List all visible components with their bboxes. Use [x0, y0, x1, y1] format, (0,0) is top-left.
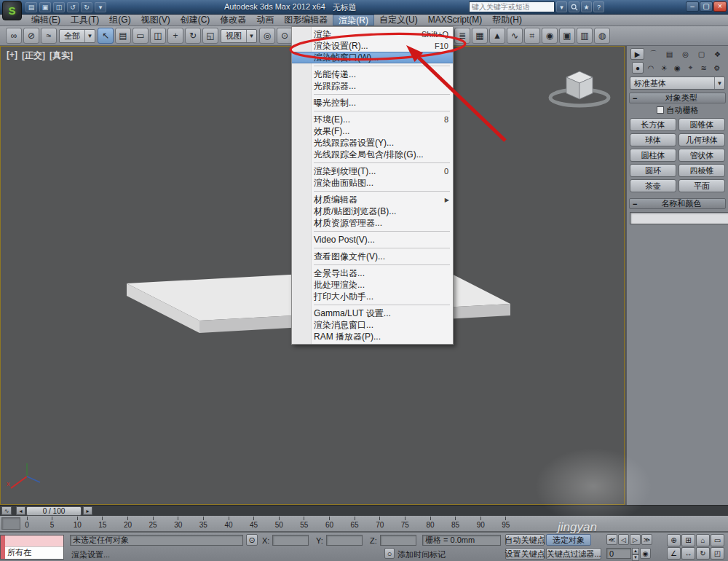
set-key-button[interactable]: 设置关键点 — [505, 548, 545, 560]
zoom-region-icon[interactable]: ▭ — [711, 534, 724, 546]
save-file-icon[interactable]: ◫ — [53, 2, 65, 12]
field-of-view-icon[interactable]: ∠ — [667, 547, 681, 560]
select-and-link-icon[interactable]: ∞ — [6, 28, 22, 44]
bind-to-space-warp-icon[interactable]: ≈ — [41, 28, 57, 44]
graphite-modeling-icon[interactable]: ▲ — [489, 28, 505, 44]
tab-display[interactable]: ▢ — [695, 48, 708, 60]
unlink-selection-icon[interactable]: ⊘ — [23, 28, 39, 44]
maxscript-mini-listener[interactable]: 所有在 — [0, 535, 64, 560]
close-button[interactable]: × — [713, 1, 727, 12]
new-scene-icon[interactable]: ▤ — [25, 2, 37, 12]
material-editor-icon[interactable]: ◉ — [542, 28, 558, 44]
menu-item-raytracer-settings[interactable]: 光线跟踪器设置(Y)... ▶ — [292, 137, 453, 149]
rollout-object-type[interactable]: − 对象类型 — [629, 93, 726, 103]
object-button-cylinder[interactable]: 圆柱体 — [630, 149, 676, 162]
spinner-up-icon[interactable]: ▲ — [632, 548, 639, 554]
object-button-tube[interactable]: 管状体 — [678, 149, 725, 162]
tab-utilities[interactable]: ❖ — [711, 48, 724, 60]
rendered-frame-window-icon[interactable]: ▥ — [577, 28, 593, 44]
category-shapes[interactable]: ◠ — [645, 62, 657, 74]
tab-modify[interactable]: ⌒ — [646, 48, 660, 60]
search-scope-dropdown-icon[interactable]: ▾ — [556, 1, 567, 12]
curve-editor-icon[interactable]: ∿ — [507, 28, 523, 44]
menu-item-render-surface-map[interactable]: 渲染曲面贴图... ▶ — [292, 177, 453, 189]
y-coord-field[interactable] — [326, 535, 363, 546]
timeline-ruler[interactable]: 05101520253035404550556065707580859095 — [0, 516, 728, 532]
key-filters-button[interactable]: 关键点过滤器... — [546, 548, 601, 560]
menu-item-rendered-frame-window[interactable]: 渲染帧窗口(W)... ▶ — [292, 52, 453, 63]
menu-item-environment[interactable]: 环境(E)... 8 ▶ — [292, 114, 453, 125]
menu-item-render-to-texture[interactable]: 渲染到纹理(T)... 0 ▶ — [292, 165, 453, 177]
menu-graph-editors[interactable]: 图形编辑器 — [279, 15, 333, 26]
next-key-icon[interactable]: ▸ — [83, 506, 92, 515]
previous-key-icon[interactable]: ◂ — [16, 506, 25, 515]
viewcube[interactable] — [547, 61, 612, 114]
menu-item-gamma-lut-setup[interactable]: Gamma/LUT 设置... ▶ — [292, 307, 453, 319]
key-mode-toggle-icon[interactable]: ◉ — [640, 548, 651, 559]
maximize-viewport-toggle-icon[interactable]: ◰ — [711, 547, 724, 560]
menu-item-print-size-assistant[interactable]: 打印大小助手... ▶ — [292, 291, 453, 302]
menu-item-batch-render[interactable]: 批处理渲染... ▶ — [292, 279, 453, 291]
menu-item-exposure-control[interactable]: 曝光控制... ▶ — [292, 97, 453, 109]
search-icon[interactable] — [569, 1, 579, 12]
macro-recorder-line[interactable] — [5, 536, 63, 547]
undo-icon[interactable]: ↺ — [67, 2, 79, 12]
window-crossing-icon[interactable]: ◫ — [150, 28, 166, 44]
object-button-pyramid[interactable]: 四棱锥 — [678, 164, 725, 177]
orbit-icon[interactable]: ↻ — [696, 547, 710, 560]
object-button-plane[interactable]: 平面 — [678, 179, 725, 192]
menu-item-effects[interactable]: 效果(F)... ▶ — [292, 125, 453, 137]
play-animation-icon[interactable]: ▷ — [630, 534, 641, 545]
menu-item-radiosity[interactable]: 光能传递... ▶ — [292, 68, 453, 80]
category-space-warps[interactable]: ≋ — [698, 62, 710, 74]
minimize-button[interactable]: – — [686, 1, 699, 12]
menu-item-light-tracer[interactable]: 光跟踪器... ▶ — [292, 80, 453, 92]
menu-animation[interactable]: 动画 — [251, 15, 279, 26]
menu-item-view-image-file[interactable]: 查看图像文件(V)... ▶ — [292, 251, 453, 262]
menu-help[interactable]: 帮助(H) — [487, 15, 527, 26]
object-button-box[interactable]: 长方体 — [630, 118, 676, 131]
menu-modifiers[interactable]: 修改器 — [215, 15, 251, 26]
selected-objects-dropdown[interactable]: 选定对象 — [546, 534, 591, 546]
add-time-tag[interactable]: 添加时间标记 — [397, 549, 446, 560]
favorites-star-icon[interactable]: ★ — [581, 1, 592, 12]
project-folder-icon[interactable]: ▾ — [95, 2, 106, 12]
x-coord-field[interactable] — [272, 535, 309, 546]
spinner-down-icon[interactable]: ▼ — [632, 554, 639, 561]
select-and-move-icon[interactable]: + — [167, 28, 183, 44]
previous-frame-icon[interactable]: ◁ — [618, 534, 629, 545]
autogrid-checkbox[interactable] — [657, 106, 664, 114]
menu-item-material-map-browser[interactable]: 材质/贴图浏览器(B)... ▶ — [292, 205, 453, 217]
mini-curve-editor-icon[interactable]: ∿ — [1, 506, 12, 515]
layer-manager-icon[interactable]: ▦ — [472, 28, 488, 44]
menu-customize[interactable]: 自定义(U) — [374, 15, 423, 26]
time-slider[interactable]: 0 / 100 — [26, 506, 82, 516]
reference-coordinate-system-dropdown[interactable]: 视图 ▼ — [221, 29, 257, 43]
select-and-manipulate-icon[interactable]: ⊙ — [277, 28, 293, 44]
object-button-geosphere[interactable]: 几何球体 — [678, 133, 725, 146]
select-and-rotate-icon[interactable]: ↻ — [185, 28, 201, 44]
object-class-dropdown[interactable]: 标准基体 ▼ — [630, 76, 725, 90]
align-icon[interactable]: ≣ — [454, 28, 470, 44]
category-systems[interactable]: ⚙ — [711, 62, 723, 74]
tab-motion[interactable]: ◎ — [678, 48, 692, 60]
menu-views[interactable]: 视图(V) — [136, 15, 175, 26]
category-geometry[interactable]: ● — [632, 62, 644, 74]
current-frame-field[interactable]: 0 — [606, 548, 631, 559]
infocenter-search-input[interactable] — [469, 1, 555, 12]
select-and-scale-icon[interactable]: ◱ — [202, 28, 218, 44]
rollout-name-and-color[interactable]: − 名称和颜色 — [629, 198, 726, 209]
menu-item-video-post[interactable]: Video Post(V)... ▶ — [292, 234, 453, 246]
tab-create[interactable]: ▶ — [630, 48, 644, 60]
maximize-button[interactable]: ▢ — [700, 1, 713, 12]
render-setup-icon[interactable]: ▣ — [559, 28, 575, 44]
category-cameras[interactable]: ◉ — [671, 62, 683, 74]
select-object-icon[interactable]: ↖ — [98, 28, 114, 44]
z-coord-field[interactable] — [380, 535, 416, 546]
menu-item-render[interactable]: 渲染 Shift+Q ▶ — [292, 28, 453, 40]
menu-item-material-explorer[interactable]: 材质资源管理器... ▶ — [292, 217, 453, 229]
zoom-icon[interactable]: ⊕ — [667, 534, 681, 546]
viewport-general-menu[interactable]: [+] — [7, 50, 17, 62]
menu-item-panorama-exporter[interactable]: 全景导出器... ▶ — [292, 267, 453, 279]
object-button-sphere[interactable]: 球体 — [630, 133, 676, 146]
